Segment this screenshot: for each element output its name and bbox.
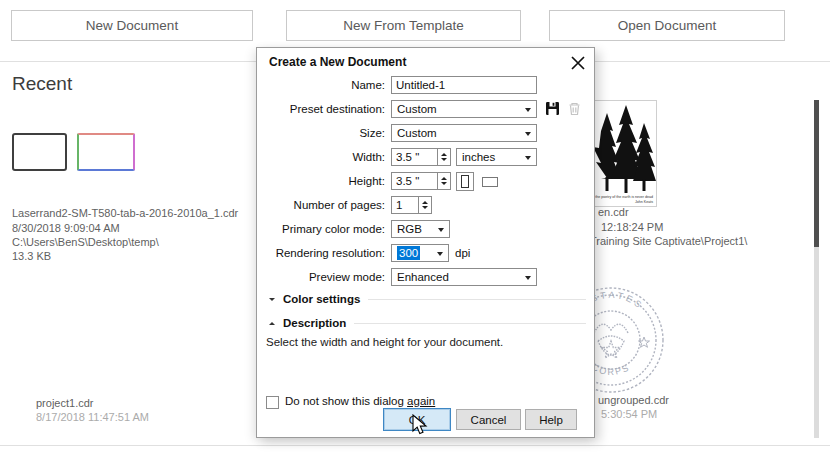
- recent-file1-name[interactable]: Laserrand2-SM-T580-tab-a-2016-2010a_1.cd…: [12, 206, 238, 220]
- recent-heading: Recent: [12, 73, 72, 95]
- help-button[interactable]: Help: [525, 409, 577, 430]
- new-document-label: New Document: [86, 18, 178, 33]
- ok-button-label: OK: [409, 414, 426, 426]
- chevron-down-icon: [525, 132, 531, 136]
- color-settings-section-label: Color settings: [283, 293, 360, 305]
- help-button-label: Help: [539, 414, 563, 426]
- new-document-button[interactable]: New Document: [11, 10, 253, 41]
- chevron-down-icon: [438, 228, 444, 232]
- units-value: inches: [462, 151, 495, 163]
- recent-file2-name[interactable]: project1.cdr: [36, 396, 93, 410]
- recent-thumbnail-laserrand[interactable]: [12, 133, 67, 171]
- recent-file2-date: 8/17/2018 11:47:51 AM: [36, 410, 149, 424]
- stepper-up-icon[interactable]: [422, 201, 428, 204]
- preview-mode-value: Enhanced: [397, 271, 449, 283]
- resolution-label: Rendering resolution:: [257, 247, 385, 259]
- ok-button[interactable]: OK: [383, 408, 451, 431]
- tree-caption-line1: the poetry of the earth is never dead: [595, 195, 653, 199]
- name-input[interactable]: [391, 76, 537, 94]
- portrait-orientation-button[interactable]: [456, 172, 474, 191]
- new-from-template-button[interactable]: New From Template: [286, 10, 521, 41]
- dpi-suffix-label: dpi: [455, 247, 470, 259]
- recent-right-file2-name[interactable]: ungrouped.cdr: [598, 393, 669, 407]
- description-section-label: Description: [283, 317, 346, 329]
- section-divider: [354, 323, 586, 324]
- height-label: Height:: [257, 175, 385, 187]
- chevron-down-icon: [525, 276, 531, 280]
- new-from-template-label: New From Template: [343, 18, 464, 33]
- svg-text:STATES: STATES: [590, 290, 646, 311]
- units-select[interactable]: inches: [456, 148, 537, 166]
- dialog-title: Create a New Document: [269, 55, 406, 69]
- recent-right-file1-date: 12:18:24 PM: [601, 220, 663, 234]
- pine-trees-image: the poetry of the earth is never dead Jo…: [593, 101, 656, 206]
- width-stepper[interactable]: [437, 148, 451, 166]
- size-value: Custom: [397, 127, 437, 139]
- create-new-document-dialog: Create a New Document Name: Preset desti…: [256, 47, 595, 438]
- do-not-show-again-checkbox[interactable]: [266, 396, 279, 409]
- stepper-down-icon[interactable]: [441, 158, 447, 161]
- cancel-button[interactable]: Cancel: [456, 409, 521, 430]
- bottom-divider: [0, 445, 830, 446]
- height-input[interactable]: [391, 172, 438, 190]
- seal-arc-text-bottom: CORPS: [590, 362, 632, 377]
- width-label: Width:: [257, 151, 385, 163]
- preset-destination-label: Preset destination:: [257, 103, 385, 115]
- section-divider: [368, 299, 586, 300]
- svg-text:CORPS: CORPS: [590, 362, 632, 377]
- stepper-up-icon[interactable]: [441, 177, 447, 180]
- color-mode-select[interactable]: RGB: [391, 220, 450, 238]
- scrollbar-thumb[interactable]: [814, 100, 819, 247]
- preview-mode-label: Preview mode:: [257, 271, 385, 283]
- stepper-down-icon[interactable]: [441, 182, 447, 185]
- delete-preset-icon[interactable]: [567, 101, 582, 116]
- chevron-down-icon: [525, 108, 531, 112]
- portrait-icon: [461, 175, 469, 188]
- expand-triangle-icon: [269, 322, 275, 325]
- stepper-up-icon[interactable]: [441, 153, 447, 156]
- chevron-down-icon: [525, 156, 531, 160]
- tree-caption-line2: John Keats: [635, 200, 653, 204]
- color-mode-value: RGB: [397, 223, 422, 235]
- save-preset-icon[interactable]: [545, 101, 560, 116]
- seal-arc-text-top: STATES: [590, 290, 646, 311]
- description-text: Select the width and height for your doc…: [266, 336, 503, 348]
- color-mode-label: Primary color mode:: [257, 223, 385, 235]
- recent-file1-date: 8/30/2018 9:09:04 AM: [12, 221, 120, 235]
- do-not-show-again-label: Do not show this dialog again: [285, 395, 435, 407]
- close-icon[interactable]: [569, 54, 587, 72]
- name-label: Name:: [257, 79, 385, 91]
- width-input[interactable]: [391, 148, 438, 166]
- size-label: Size:: [257, 127, 385, 139]
- landscape-orientation-button[interactable]: [482, 177, 498, 187]
- scrollbar-track[interactable]: [814, 100, 819, 438]
- resolution-value: 300: [397, 246, 420, 260]
- checkbox-label-mnemonic: again: [407, 395, 435, 407]
- recent-file1-size: 13.3 KB: [12, 249, 51, 263]
- pages-label: Number of pages:: [257, 199, 385, 211]
- cancel-button-label: Cancel: [471, 414, 507, 426]
- stepper-down-icon[interactable]: [422, 206, 428, 209]
- color-settings-section-header[interactable]: Color settings: [269, 293, 586, 305]
- preset-destination-select[interactable]: Custom: [391, 100, 537, 118]
- preset-destination-value: Custom: [397, 103, 437, 115]
- recent-file1-path: C:\Users\BenS\Desktop\temp\: [12, 235, 159, 249]
- open-document-button[interactable]: Open Document: [549, 10, 785, 41]
- pages-stepper[interactable]: [418, 196, 432, 214]
- collapse-triangle-icon: [269, 298, 275, 301]
- description-section-header[interactable]: Description: [269, 317, 586, 329]
- recent-right-file2-date: 5:30:54 PM: [601, 407, 657, 421]
- chevron-down-icon: [437, 252, 443, 256]
- preview-mode-select[interactable]: Enhanced: [391, 268, 537, 286]
- open-document-label: Open Document: [618, 18, 716, 33]
- recent-thumbnail-colored[interactable]: [77, 133, 135, 171]
- height-stepper[interactable]: [437, 172, 451, 190]
- resolution-combobox[interactable]: 300: [391, 244, 449, 262]
- checkbox-label-text: Do not show this dialog: [285, 395, 407, 407]
- pages-input[interactable]: [391, 196, 419, 214]
- recent-thumbnail-trees[interactable]: the poetry of the earth is never dead Jo…: [592, 100, 657, 207]
- recent-right-file1-path: Training Site Captivate\Project1\: [590, 234, 747, 248]
- size-select[interactable]: Custom: [391, 124, 537, 142]
